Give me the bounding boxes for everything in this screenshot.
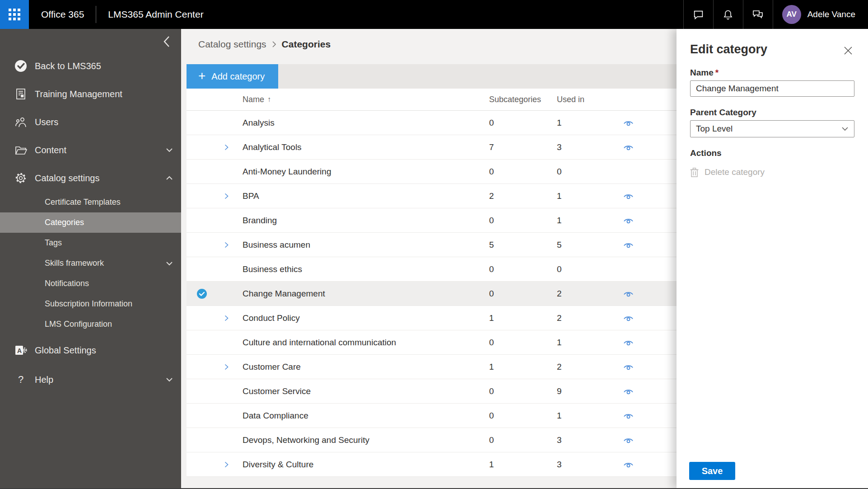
selected-check-icon bbox=[196, 288, 207, 299]
used-in-count: 0 bbox=[557, 167, 562, 177]
chat-button[interactable] bbox=[684, 0, 713, 29]
app-launcher-button[interactable] bbox=[0, 0, 29, 29]
sidebar: Back to LMS365 Training Management bbox=[0, 29, 181, 488]
save-button[interactable]: Save bbox=[689, 462, 735, 480]
user-name[interactable]: Adele Vance bbox=[807, 9, 855, 19]
table-row[interactable]: Analysis 0 1 bbox=[187, 111, 677, 135]
used-in-count: 3 bbox=[557, 460, 562, 470]
close-button[interactable] bbox=[842, 44, 854, 57]
chevron-down-icon[interactable] bbox=[166, 148, 173, 152]
view-usage-icon[interactable] bbox=[622, 459, 635, 471]
category-name: Devops, Networking and Security bbox=[187, 435, 369, 445]
chevron-up-icon[interactable] bbox=[166, 176, 173, 180]
view-usage-icon[interactable] bbox=[622, 434, 635, 447]
subcategories-count: 0 bbox=[489, 386, 494, 396]
category-name: Analytical Tools bbox=[187, 142, 302, 152]
column-header-subcategories[interactable]: Subcategories bbox=[489, 95, 541, 104]
table-row[interactable]: Analytical Tools 7 3 bbox=[187, 135, 677, 160]
add-category-label: Add category bbox=[211, 71, 265, 82]
subcategories-count: 1 bbox=[489, 460, 494, 470]
brand-title[interactable]: Office 365 bbox=[41, 9, 84, 20]
sidebar-item-training-management[interactable]: Training Management bbox=[0, 80, 181, 108]
view-usage-icon[interactable] bbox=[622, 386, 635, 398]
bell-icon bbox=[723, 9, 733, 20]
view-usage-icon[interactable] bbox=[622, 215, 635, 227]
view-usage-icon[interactable] bbox=[622, 288, 635, 300]
admin-settings-icon: A bbox=[14, 344, 27, 357]
table-row[interactable]: BPA 2 1 bbox=[187, 184, 677, 208]
view-usage-icon[interactable] bbox=[622, 312, 635, 324]
used-in-count: 3 bbox=[557, 435, 562, 445]
table-row[interactable]: Customer Care 1 2 bbox=[187, 355, 677, 379]
expand-chevron-icon[interactable] bbox=[224, 242, 229, 248]
table-row[interactable]: Data Compliance 0 1 bbox=[187, 404, 677, 428]
view-usage-icon[interactable] bbox=[622, 337, 635, 349]
column-header-name[interactable]: Name ↑ bbox=[187, 95, 271, 104]
sidebar-item-lms-configuration[interactable]: LMS Configuration bbox=[0, 314, 181, 334]
view-usage-icon[interactable] bbox=[622, 190, 635, 202]
table-row[interactable]: Business acumen 5 5 bbox=[187, 233, 677, 257]
view-usage-icon[interactable] bbox=[622, 239, 635, 251]
subcategories-count: 0 bbox=[489, 435, 494, 445]
sidebar-item-content[interactable]: Content bbox=[0, 136, 181, 164]
users-icon bbox=[14, 116, 27, 128]
chevron-down-icon[interactable] bbox=[166, 261, 173, 266]
view-usage-icon[interactable] bbox=[622, 410, 635, 422]
table-row[interactable]: Devops, Networking and Security 0 3 bbox=[187, 428, 677, 452]
sidebar-item-catalog-settings[interactable]: Catalog settings bbox=[0, 164, 181, 192]
sidebar-item-label: Training Management bbox=[35, 89, 122, 99]
subcategories-count: 7 bbox=[489, 142, 494, 152]
lms365-logo-icon bbox=[14, 60, 27, 72]
expand-chevron-icon[interactable] bbox=[224, 461, 229, 468]
view-usage-icon[interactable] bbox=[622, 361, 635, 373]
table-row[interactable]: Business ethics 0 0 bbox=[187, 257, 677, 282]
sidebar-item-tags[interactable]: Tags bbox=[0, 233, 181, 253]
folder-icon bbox=[14, 144, 27, 156]
table-row[interactable]: Anti-Money Laundering 0 0 bbox=[187, 160, 677, 184]
sidebar-item-categories[interactable]: Categories bbox=[0, 212, 181, 233]
breadcrumb-parent[interactable]: Catalog settings bbox=[198, 39, 266, 50]
used-in-count: 3 bbox=[557, 142, 562, 152]
breadcrumb: Catalog settings Categories bbox=[198, 39, 331, 50]
view-usage-icon[interactable] bbox=[622, 141, 635, 154]
expand-chevron-icon[interactable] bbox=[224, 315, 229, 321]
sidebar-item-subscription-information[interactable]: Subscription Information bbox=[0, 294, 181, 314]
subcategories-count: 5 bbox=[489, 240, 494, 250]
table-row[interactable]: Culture and international communication … bbox=[187, 330, 677, 355]
notifications-button[interactable] bbox=[714, 0, 743, 29]
sidebar-item-skills-framework[interactable]: Skills framework bbox=[0, 253, 181, 273]
trash-icon bbox=[690, 167, 699, 177]
feedback-button[interactable] bbox=[743, 0, 773, 29]
column-header-used-in[interactable]: Used in bbox=[557, 95, 584, 104]
category-name-input[interactable] bbox=[690, 80, 854, 97]
sidebar-item-certificate-templates[interactable]: Certificate Templates bbox=[0, 192, 181, 212]
topbar-divider bbox=[96, 6, 96, 23]
sidebar-item-users[interactable]: Users bbox=[0, 108, 181, 136]
expand-chevron-icon[interactable] bbox=[224, 364, 229, 370]
table-row[interactable]: Conduct Policy 1 2 bbox=[187, 306, 677, 330]
sidebar-item-back-to-lms365[interactable]: Back to LMS365 bbox=[0, 52, 181, 80]
expand-chevron-icon[interactable] bbox=[224, 144, 229, 150]
plus-icon: + bbox=[198, 70, 205, 82]
sidebar-item-label: Categories bbox=[45, 218, 84, 227]
category-name: Business ethics bbox=[187, 264, 302, 274]
parent-category-dropdown[interactable]: Top Level bbox=[690, 120, 854, 137]
delete-category-button[interactable]: Delete category bbox=[690, 167, 854, 177]
table-row[interactable]: Diversity & Culture 1 3 bbox=[187, 452, 677, 477]
sidebar-collapse-button[interactable] bbox=[159, 34, 174, 49]
subcategories-count: 2 bbox=[489, 191, 494, 201]
expand-chevron-icon[interactable] bbox=[224, 193, 229, 199]
sidebar-item-global-settings[interactable]: A Global Settings bbox=[0, 336, 181, 364]
used-in-count: 0 bbox=[557, 264, 562, 274]
sidebar-item-label: Back to LMS365 bbox=[35, 61, 101, 71]
view-usage-icon[interactable] bbox=[622, 117, 635, 129]
sidebar-item-notifications[interactable]: Notifications bbox=[0, 273, 181, 294]
subcategories-count: 0 bbox=[489, 167, 494, 177]
chevron-down-icon[interactable] bbox=[166, 377, 173, 382]
table-row[interactable]: Branding 0 1 bbox=[187, 208, 677, 233]
avatar[interactable]: AV bbox=[782, 5, 801, 24]
sidebar-item-help[interactable]: ? Help bbox=[0, 366, 181, 394]
table-row[interactable]: Customer Service 0 9 bbox=[187, 379, 677, 404]
table-row[interactable]: Change Management 0 2 bbox=[187, 282, 677, 306]
add-category-button[interactable]: + Add category bbox=[187, 64, 278, 89]
